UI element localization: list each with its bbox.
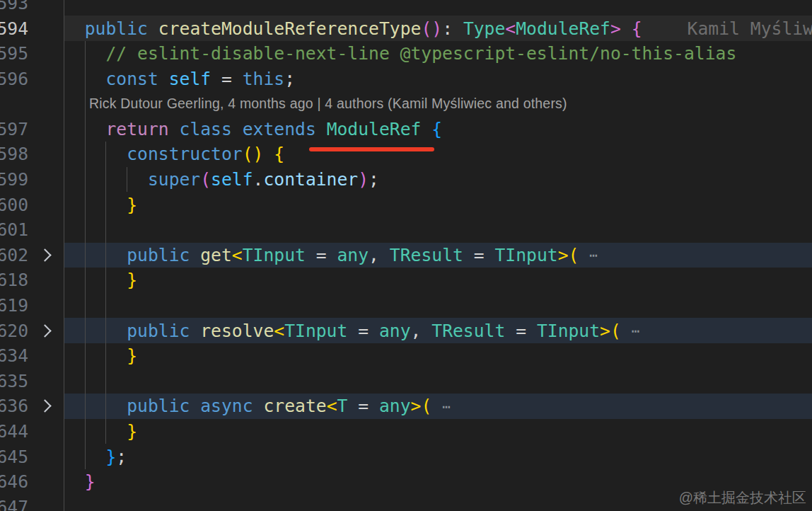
code-token: get <box>200 245 232 265</box>
code-token <box>169 119 180 139</box>
code-token <box>148 18 158 39</box>
chevron-right-icon[interactable] <box>28 394 64 419</box>
code-token: TInput <box>243 245 306 265</box>
code-line: 595 // eslint-disable-next-line @typescr… <box>0 41 812 67</box>
gutter: 634 <box>0 343 64 369</box>
line-number[interactable]: 618 <box>0 268 28 293</box>
line-number[interactable]: 600 <box>0 192 28 217</box>
indent-guide <box>85 91 86 117</box>
line-number[interactable]: 646 <box>0 469 28 495</box>
line-number[interactable]: 602 <box>0 243 28 268</box>
indent-guide <box>64 318 64 343</box>
code-content[interactable]: const self = this; <box>64 66 812 91</box>
line-number[interactable]: 598 <box>0 142 28 167</box>
fold-gutter-space <box>28 66 64 91</box>
code-content[interactable] <box>64 217 812 243</box>
code-content[interactable]: } <box>64 419 812 444</box>
code-content[interactable]: public createModuleReferenceType(): Type… <box>64 16 812 41</box>
code-token: = <box>347 396 379 416</box>
line-number[interactable]: 644 <box>0 419 28 444</box>
folded-code-ellipsis[interactable]: ⋯ <box>442 398 451 414</box>
indent-guide <box>64 66 64 91</box>
code-line: 619 <box>0 293 812 318</box>
code-content[interactable]: return class extends ModuleRef { <box>64 117 812 142</box>
gutter: 644 <box>0 419 64 444</box>
code-token: () <box>243 144 264 164</box>
line-number[interactable]: 635 <box>0 369 28 394</box>
fold-gutter-space <box>28 217 64 243</box>
code-token: } <box>85 471 95 492</box>
code-content[interactable] <box>64 0 812 16</box>
chevron-right-icon[interactable] <box>28 318 64 343</box>
code-token: const <box>105 69 158 89</box>
code-token: < <box>505 18 516 39</box>
line-number[interactable]: 620 <box>0 318 28 343</box>
folded-code-ellipsis[interactable]: ⋯ <box>589 247 598 263</box>
code-content[interactable] <box>64 369 812 394</box>
line-number[interactable]: 597 <box>0 117 28 142</box>
line-number[interactable]: 634 <box>0 343 28 369</box>
line-number[interactable]: 594 <box>0 16 28 41</box>
code-token <box>64 471 85 492</box>
gutter: 596 <box>0 66 64 91</box>
code-content[interactable]: super(self.container); <box>64 167 812 193</box>
code-content[interactable]: // eslint-disable-next-line @typescript-… <box>64 41 812 67</box>
indent-guide <box>85 343 86 369</box>
code-content[interactable]: } <box>64 192 812 217</box>
watermark: @稀土掘金技术社区 <box>679 488 806 507</box>
code-content[interactable] <box>64 293 812 318</box>
code-token <box>621 18 632 39</box>
gutter: 619 <box>0 293 64 318</box>
code-token: { <box>431 119 442 139</box>
indent-guide <box>105 318 106 343</box>
indent-guide <box>64 369 64 394</box>
code-token: } <box>127 421 137 442</box>
codelens-line: Rick Dutour Geerling, 4 months ago | 4 a… <box>0 91 812 117</box>
indent-guide <box>127 167 127 193</box>
line-number[interactable]: 636 <box>0 394 28 419</box>
code-content[interactable]: } <box>64 343 812 369</box>
line-number[interactable]: 601 <box>0 217 28 243</box>
fold-gutter-space <box>28 117 64 142</box>
code-content[interactable]: public get<TInput = any, TResult = TInpu… <box>64 243 812 268</box>
code-content[interactable]: public resolve<TInput = any, TResult = T… <box>64 318 812 343</box>
code-content[interactable]: } <box>64 268 812 293</box>
fold-gutter-space <box>28 192 64 217</box>
indent-guide <box>64 142 64 167</box>
folded-code-ellipsis[interactable]: ⋯ <box>632 323 640 338</box>
code-token: . <box>253 169 264 190</box>
code-token: } <box>127 345 137 366</box>
line-number[interactable]: 619 <box>0 293 28 318</box>
indent-guide <box>105 192 106 217</box>
code-line: 597 return class extends ModuleRef { <box>0 117 812 142</box>
indent-guide <box>105 394 106 419</box>
indent-guide <box>64 394 64 419</box>
code-token: < <box>327 396 337 416</box>
chevron-right-icon[interactable] <box>28 243 64 268</box>
code-token: , <box>411 321 432 341</box>
code-token: public <box>127 321 190 341</box>
git-blame-codelens-text[interactable]: Rick Dutour Geerling, 4 months ago | 4 a… <box>89 96 567 112</box>
line-number[interactable]: 595 <box>0 41 28 67</box>
gutter: 602 <box>0 243 64 268</box>
code-content[interactable]: public async create<T = any>( ⋯ <box>64 394 812 419</box>
indent-guide <box>105 268 106 293</box>
code-token: ; <box>369 169 379 190</box>
indent-guide <box>105 343 106 369</box>
line-number[interactable]: 645 <box>0 444 28 469</box>
line-number[interactable]: 647 <box>0 494 28 511</box>
line-number[interactable] <box>0 91 28 117</box>
chevron-right-icon <box>38 248 51 261</box>
line-number[interactable]: 593 <box>0 0 28 16</box>
code-line: 645 }; <box>0 444 812 469</box>
line-number[interactable]: 599 <box>0 167 28 193</box>
indent-guide <box>85 243 86 268</box>
git-blame-codelens[interactable]: Rick Dutour Geerling, 4 months ago | 4 a… <box>64 91 812 117</box>
code-token: ; <box>284 69 295 89</box>
code-content[interactable]: constructor() { <box>64 142 812 167</box>
line-number[interactable]: 596 <box>0 66 28 91</box>
code-token <box>453 18 463 39</box>
indent-guide <box>85 318 86 343</box>
code-line: 636 public async create<T = any>( ⋯ <box>0 394 812 419</box>
code-content[interactable]: }; <box>64 444 812 469</box>
